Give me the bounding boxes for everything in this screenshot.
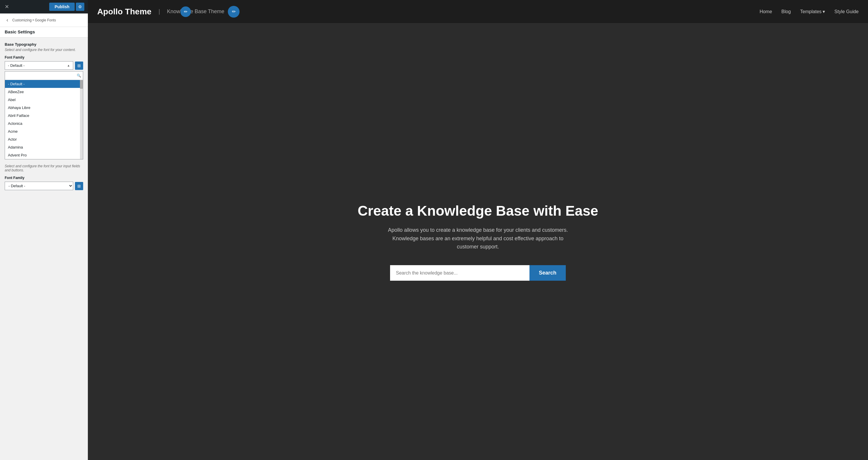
top-edit-pencil-button[interactable]: ✏	[180, 6, 191, 17]
scrollbar-thumb[interactable]	[80, 80, 83, 89]
breadcrumb: Customizing • Google Fonts	[12, 18, 56, 22]
dropdown-item-advent[interactable]: Advent Pro	[5, 151, 80, 159]
publish-button[interactable]: Publish	[49, 3, 75, 11]
dropdown-item-actor[interactable]: Actor	[5, 135, 80, 143]
nav-templates-label: Templates	[800, 9, 822, 15]
nav-style-guide[interactable]: Style Guide	[834, 9, 859, 15]
hero-desc: Apollo allows you to create a knowledge …	[384, 226, 571, 251]
font-select-button-1[interactable]: - Default - ▲	[5, 61, 73, 70]
header-edit-pencil-button[interactable]: ✏	[228, 6, 240, 18]
preview-nav: Home Blog Templates ▾ Style Guide	[760, 9, 859, 15]
dropdown-list: - Default - ABeeZee Abel Abhaya Libre Ab…	[5, 80, 80, 159]
input-typography-desc: Select and configure the font for your i…	[5, 164, 83, 172]
gear-button[interactable]: ⚙	[76, 3, 84, 11]
sidebar: ✕ Publish ⚙ ‹ Customizing • Google Fonts…	[0, 0, 88, 460]
search-bar: Search	[390, 265, 566, 281]
dropdown-item-abeezee[interactable]: ABeeZee	[5, 88, 80, 96]
site-title: Apollo Theme	[97, 7, 151, 17]
dropdown-item-acme[interactable]: Acme	[5, 127, 80, 135]
site-tagline: Knowledge Base Theme	[167, 8, 224, 15]
dropdown-arrow-1: ▲	[67, 64, 70, 67]
sidebar-nav: ‹ Customizing • Google Fonts	[0, 13, 88, 27]
font-family-row-2: - Default - ⊞	[5, 182, 83, 190]
search-input[interactable]	[390, 265, 529, 281]
expand-button-2[interactable]: ⊞	[75, 182, 83, 190]
font-dropdown-1: 🔍 - Default - ABeeZee Abel Abhaya Libre …	[5, 71, 83, 160]
dropdown-item-adamina[interactable]: Adamina	[5, 143, 80, 151]
dropdown-search-row: 🔍	[5, 71, 83, 80]
dropdown-item-aclonica[interactable]: Aclonica	[5, 119, 80, 127]
dropdown-search-input[interactable]	[7, 73, 77, 79]
nav-blog[interactable]: Blog	[781, 9, 791, 15]
nav-templates-arrow: ▾	[823, 9, 825, 15]
font-select-native-2[interactable]: - Default -	[5, 182, 73, 190]
scrollbar-track[interactable]	[80, 80, 83, 159]
dropdown-item-abril[interactable]: Abril Fatface	[5, 112, 80, 119]
sidebar-content: Base Typography Select and configure the…	[0, 37, 88, 460]
nav-home[interactable]: Home	[760, 9, 772, 15]
search-button[interactable]: Search	[529, 265, 566, 281]
font-family-label-1: Font Family	[5, 55, 83, 59]
dropdown-item-default[interactable]: - Default -	[5, 80, 80, 88]
preview-header: Apollo Theme | Knowledge Base Theme ✏ Ho…	[88, 0, 868, 24]
dropdown-item-abhaya[interactable]: Abhaya Libre	[5, 104, 80, 112]
dropdown-scrollbar-area: - Default - ABeeZee Abel Abhaya Libre Ab…	[5, 80, 83, 159]
publish-area: Publish ⚙	[49, 3, 84, 11]
header-left: Apollo Theme | Knowledge Base Theme ✏	[97, 6, 240, 18]
font-select-wrapper-2: - Default -	[5, 182, 73, 190]
font-family-row-1: - Default - ▲ ⊞	[5, 61, 83, 70]
base-typography-desc: Select and configure the font for your c…	[5, 48, 83, 52]
search-icon-small: 🔍	[77, 74, 81, 78]
hero-title: Create a Knowledge Base with Ease	[358, 203, 598, 219]
font-select-value-1: - Default -	[8, 63, 25, 68]
expand-button-1[interactable]: ⊞	[75, 61, 83, 70]
close-button[interactable]: ✕	[3, 3, 10, 10]
dropdown-item-abel[interactable]: Abel	[5, 96, 80, 104]
preview-body: Create a Knowledge Base with Ease Apollo…	[88, 24, 868, 460]
back-button[interactable]: ‹	[5, 17, 10, 24]
font-family-label-2: Font Family	[5, 176, 83, 180]
base-typography-title: Base Typography	[5, 42, 83, 47]
font-select-wrapper-1: - Default - ▲	[5, 61, 73, 70]
main-preview: ✏ Apollo Theme | Knowledge Base Theme ✏ …	[88, 0, 868, 460]
page-title: Basic Settings	[0, 27, 88, 37]
nav-templates[interactable]: Templates ▾	[800, 9, 825, 15]
site-divider: |	[158, 8, 160, 15]
sidebar-topbar: ✕ Publish ⚙	[0, 0, 88, 13]
